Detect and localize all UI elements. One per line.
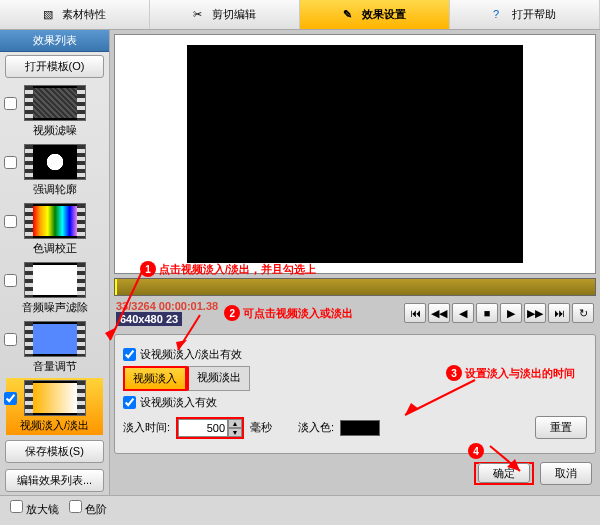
frame-info: 33/3264 00:00:01.38640x480 23 (116, 300, 218, 326)
effect-label: 音频噪声滤除 (8, 300, 101, 315)
time-spinner: ▲▼ (176, 417, 244, 439)
note-icon: ✎ (343, 8, 357, 22)
tab-help[interactable]: ?打开帮助 (450, 0, 600, 29)
sidebar: 效果列表 打开模板(O) 视频滤噪强调轮廓色调校正音频噪声滤除音量调节视频淡入/… (0, 30, 110, 495)
last-button[interactable]: ⏭ (548, 303, 570, 323)
bottom-bar: 放大镜 色阶 (0, 495, 600, 521)
help-icon: ? (493, 8, 507, 22)
effect-thumb (24, 85, 86, 121)
tab-fade-in[interactable]: 视频淡入 (123, 366, 187, 391)
effect-checkbox[interactable] (4, 156, 17, 169)
enable-fade-label: 设视频淡入/淡出有效 (140, 347, 242, 362)
save-template-button[interactable]: 保存模板(S) (5, 440, 104, 463)
timeline[interactable] (114, 278, 596, 296)
tab-fade-out[interactable]: 视频淡出 (187, 366, 250, 391)
fade-panel: 设视频淡入/淡出有效 视频淡入 视频淡出 设视频淡入有效 3设置淡入与淡出的时间… (114, 334, 596, 454)
stop-button[interactable]: ■ (476, 303, 498, 323)
cancel-button[interactable]: 取消 (540, 462, 592, 485)
preview-video (187, 45, 523, 264)
effect-list: 视频滤噪强调轮廓色调校正音频噪声滤除音量调节视频淡入/淡出视频重置大小 (0, 81, 109, 437)
tab-effects[interactable]: ✎效果设置 (300, 0, 450, 29)
sidebar-header: 效果列表 (0, 30, 109, 52)
effect-label: 视频滤噪 (8, 123, 101, 138)
fade-tabs: 视频淡入 视频淡出 (123, 366, 587, 391)
prev-button[interactable]: ◀◀ (428, 303, 450, 323)
fade-color-label: 淡入色: (298, 420, 334, 435)
dialog-buttons: 确定 取消 (118, 462, 592, 485)
tab-label: 效果设置 (362, 7, 406, 22)
effect-item-edge[interactable]: 强调轮廓 (6, 142, 103, 199)
time-input[interactable] (178, 419, 228, 437)
effect-checkbox[interactable] (4, 215, 17, 228)
effect-thumb (24, 144, 86, 180)
annotation-2: 2可点击视频淡入或淡出 (224, 305, 353, 321)
effect-item-audio[interactable]: 音频噪声滤除 (6, 260, 103, 317)
effect-thumb (24, 262, 86, 298)
effect-item-volume[interactable]: 音量调节 (6, 319, 103, 376)
tab-material[interactable]: ▧素材特性 (0, 0, 150, 29)
open-template-button[interactable]: 打开模板(O) (5, 55, 104, 78)
playback-controls: ⏮ ◀◀ ◀ ■ ▶ ▶▶ ⏭ ↻ (404, 303, 594, 323)
effect-item-color[interactable]: 色调校正 (6, 201, 103, 258)
play-button[interactable]: ▶ (500, 303, 522, 323)
effect-checkbox[interactable] (4, 97, 17, 110)
effect-label: 色调校正 (8, 241, 101, 256)
fade-time-row: 淡入时间: ▲▼ 毫秒 淡入色: 重置 (123, 416, 587, 439)
effect-label: 强调轮廓 (8, 182, 101, 197)
cube-icon: ▧ (43, 8, 57, 22)
effect-thumb (24, 380, 86, 416)
effect-label: 视频淡入/淡出 (8, 418, 101, 433)
zoom-check[interactable]: 放大镜 (10, 500, 59, 517)
time-label: 淡入时间: (123, 420, 170, 435)
effect-item-fade[interactable]: 视频淡入/淡出 (6, 378, 103, 435)
effect-thumb (24, 321, 86, 357)
info-bar: 33/3264 00:00:01.38640x480 23 2可点击视频淡入或淡… (114, 298, 596, 328)
loop-button[interactable]: ↻ (572, 303, 594, 323)
annotation-4: 4 (468, 443, 487, 459)
edit-effect-list-button[interactable]: 编辑效果列表... (5, 469, 104, 492)
enable-fade-in-checkbox[interactable] (123, 396, 136, 409)
effect-label: 音量调节 (8, 359, 101, 374)
spin-up[interactable]: ▲ (228, 419, 242, 428)
preview-pane (114, 34, 596, 274)
first-button[interactable]: ⏮ (404, 303, 426, 323)
tab-label: 打开帮助 (512, 7, 556, 22)
back-button[interactable]: ◀ (452, 303, 474, 323)
tab-cut[interactable]: ✂剪切编辑 (150, 0, 300, 29)
effect-checkbox[interactable] (4, 392, 17, 405)
top-tabs: ▧素材特性 ✂剪切编辑 ✎效果设置 ?打开帮助 (0, 0, 600, 30)
effect-thumb (24, 203, 86, 239)
ok-button[interactable]: 确定 (478, 463, 530, 483)
effect-checkbox[interactable] (4, 333, 17, 346)
enable-fade-in-label: 设视频淡入有效 (140, 395, 217, 410)
unit-label: 毫秒 (250, 420, 272, 435)
effect-checkbox[interactable] (4, 274, 17, 287)
fade-color-picker[interactable] (340, 420, 380, 436)
content-area: 1点击视频淡入/淡出，并且勾选上 33/3264 00:00:01.38640x… (110, 30, 600, 495)
tab-label: 剪切编辑 (212, 7, 256, 22)
reset-button[interactable]: 重置 (535, 416, 587, 439)
fwd-button[interactable]: ▶▶ (524, 303, 546, 323)
step-check[interactable]: 色阶 (69, 500, 107, 517)
effect-item-noise[interactable]: 视频滤噪 (6, 83, 103, 140)
enable-fade-checkbox[interactable] (123, 348, 136, 361)
spin-down[interactable]: ▼ (228, 428, 242, 437)
tab-label: 素材特性 (62, 7, 106, 22)
scissors-icon: ✂ (193, 8, 207, 22)
